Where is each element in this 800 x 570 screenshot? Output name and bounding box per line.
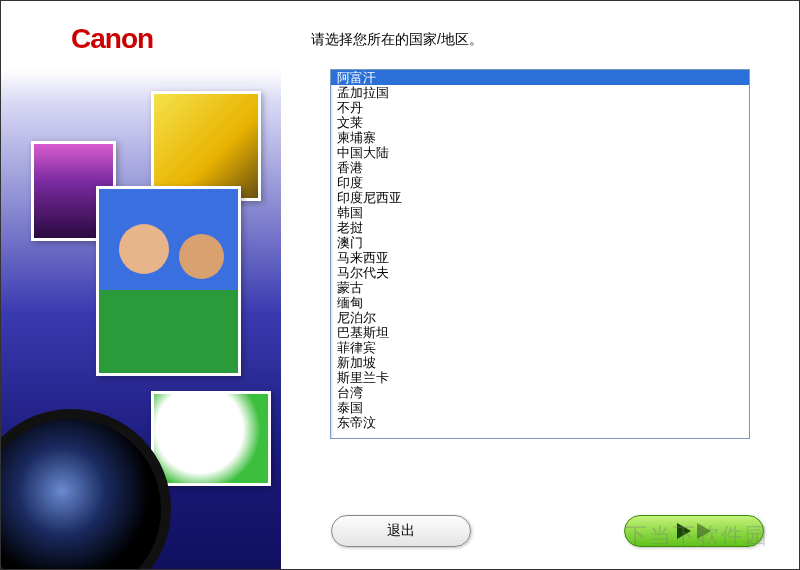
country-option[interactable]: 马来西亚 — [331, 250, 749, 265]
canon-logo: Canon — [71, 23, 153, 55]
country-option[interactable]: 斯里兰卡 — [331, 370, 749, 385]
instruction-text: 请选择您所在的国家/地区。 — [311, 31, 759, 49]
country-option[interactable]: 台湾 — [331, 385, 749, 400]
country-option[interactable]: 巴基斯坦 — [331, 325, 749, 340]
country-option[interactable]: 蒙古 — [331, 280, 749, 295]
country-option[interactable]: 中国大陆 — [331, 145, 749, 160]
country-option[interactable]: 泰国 — [331, 400, 749, 415]
installer-window: Canon 请选择您所在的国家/地区。 阿富汗孟加拉国不丹文莱柬埔寨中国大陆香港… — [0, 0, 800, 570]
decorative-photo-dalmatian — [151, 391, 271, 486]
country-listbox[interactable]: 阿富汗孟加拉国不丹文莱柬埔寨中国大陆香港印度印度尼西亚韩国老挝澳门马来西亚马尔代… — [330, 69, 750, 439]
country-option[interactable]: 阿富汗 — [331, 70, 749, 85]
decorative-camera-lens — [1, 409, 171, 569]
country-option[interactable]: 缅甸 — [331, 295, 749, 310]
country-option[interactable]: 韩国 — [331, 205, 749, 220]
country-option[interactable]: 马尔代夫 — [331, 265, 749, 280]
arrow-right-icon — [677, 523, 691, 539]
sidebar-graphic: Canon — [1, 1, 281, 569]
country-option[interactable]: 柬埔寨 — [331, 130, 749, 145]
country-option[interactable]: 孟加拉国 — [331, 85, 749, 100]
country-option[interactable]: 老挝 — [331, 220, 749, 235]
country-option[interactable]: 印度 — [331, 175, 749, 190]
decorative-photo-sunflower — [151, 91, 261, 201]
country-option[interactable]: 菲律宾 — [331, 340, 749, 355]
main-panel: 请选择您所在的国家/地区。 阿富汗孟加拉国不丹文莱柬埔寨中国大陆香港印度印度尼西… — [281, 1, 799, 569]
exit-button-label: 退出 — [387, 522, 415, 540]
button-row: 退出 — [281, 515, 799, 547]
next-button[interactable] — [624, 515, 764, 547]
country-option[interactable]: 新加坡 — [331, 355, 749, 370]
country-option[interactable]: 东帝汶 — [331, 415, 749, 430]
country-option[interactable]: 尼泊尔 — [331, 310, 749, 325]
country-option[interactable]: 印度尼西亚 — [331, 190, 749, 205]
exit-button[interactable]: 退出 — [331, 515, 471, 547]
decorative-photo-children — [96, 186, 241, 376]
country-option[interactable]: 不丹 — [331, 100, 749, 115]
arrow-right-icon — [697, 523, 711, 539]
country-option[interactable]: 澳门 — [331, 235, 749, 250]
country-option[interactable]: 香港 — [331, 160, 749, 175]
country-option[interactable]: 文莱 — [331, 115, 749, 130]
